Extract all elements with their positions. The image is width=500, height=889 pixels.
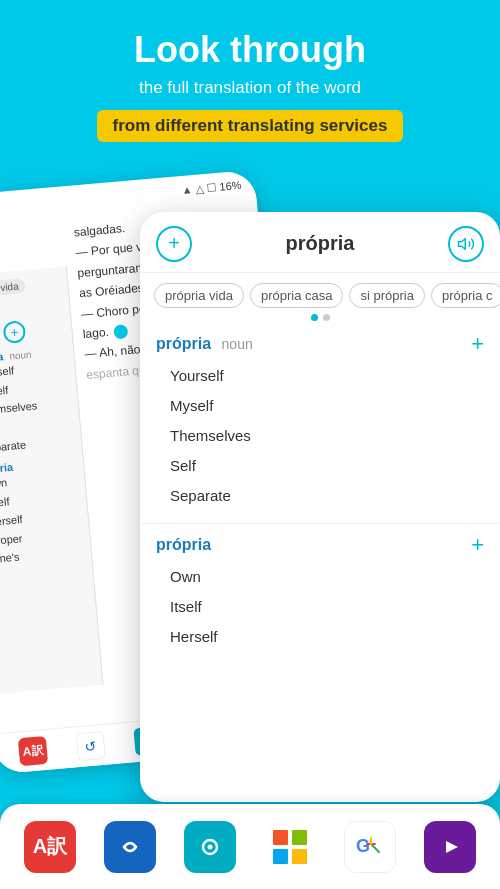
top-section: Look through the full translation of the… — [0, 0, 500, 162]
svg-point-4 — [208, 844, 213, 849]
dict-section-1: própria noun + Yourself Myself Themselve… — [140, 331, 500, 519]
dict-add-button[interactable]: + — [156, 226, 192, 262]
dot-2 — [323, 314, 330, 321]
dict-speaker-button[interactable] — [448, 226, 484, 262]
dict-section-2-header: própria + — [156, 532, 484, 558]
bg-section-1: própria noun Yourself Myself Themselves … — [0, 344, 76, 458]
dict-body: própria noun + Yourself Myself Themselve… — [140, 325, 500, 802]
app-anytrans-icon[interactable]: A訳 — [24, 821, 76, 873]
taskbar: A訳 G — [0, 804, 500, 889]
dict-divider — [140, 523, 500, 524]
dict-chip-3[interactable]: si própria — [349, 283, 424, 308]
dict-meaning-myself: Myself — [170, 391, 484, 421]
dict-meaning-itself: Itself — [170, 592, 484, 622]
dict-section-1-add[interactable]: + — [471, 331, 484, 357]
bg-section-2: própria Own Itself Herself Proper One's — [0, 455, 86, 569]
app-trancy-icon[interactable] — [184, 821, 236, 873]
highlight-bar: from different translating services — [97, 110, 404, 142]
svg-point-1 — [116, 833, 144, 861]
bg-section-1-items: Yourself Myself Themselves Self Separate — [0, 356, 76, 458]
dict-chip-4[interactable]: própria c — [431, 283, 500, 308]
dict-header: + própria — [140, 212, 500, 273]
app-microsoft-icon[interactable] — [264, 821, 316, 873]
dict-section-1-meanings: Yourself Myself Themselves Self Separate — [156, 361, 484, 511]
dict-chip-2[interactable]: própria casa — [250, 283, 344, 308]
svg-text:G: G — [356, 836, 370, 856]
subheadline: the full translation of the word — [20, 78, 480, 98]
phone-area: 2:02 ▲ △ ☐ 16% própria vida próp + própr… — [0, 172, 500, 792]
dict-popup: + própria própria vida própria casa si p… — [140, 212, 500, 802]
app-google-translate-icon[interactable]: G — [344, 821, 396, 873]
dot-1 — [311, 314, 318, 321]
headline: Look through — [20, 30, 480, 70]
dict-meaning-themselves: Themselves — [170, 421, 484, 451]
bg-app-2-icon[interactable]: ↺ — [76, 730, 106, 760]
dict-section-1-header: própria noun + — [156, 331, 484, 357]
dict-section-1-title: própria noun — [156, 335, 253, 353]
app-polyglot-icon[interactable] — [424, 821, 476, 873]
svg-marker-0 — [459, 238, 466, 249]
dict-meaning-separate: Separate — [170, 481, 484, 511]
bg-app-1-icon[interactable]: A訳 — [18, 736, 48, 766]
dict-section-2: própria + Own Itself Herself — [140, 532, 500, 660]
dict-section-2-add[interactable]: + — [471, 532, 484, 558]
dict-section-2-meanings: Own Itself Herself — [156, 562, 484, 652]
dict-meaning-self: Self — [170, 451, 484, 481]
bg-status-battery: ▲ △ ☐ 16% — [181, 178, 242, 196]
bg-section-2-items: Own Itself Herself Proper One's — [0, 467, 86, 569]
bg-add-button[interactable]: + — [2, 320, 26, 344]
bg-chip-1: própria vida — [0, 278, 26, 299]
dict-section-2-title: própria — [156, 536, 211, 554]
dict-title: própria — [192, 232, 448, 255]
dict-chips-row: própria vida própria casa si própria pró… — [140, 273, 500, 318]
app-reverso-icon[interactable] — [104, 821, 156, 873]
dots-indicator — [140, 314, 500, 321]
dict-meaning-yourself: Yourself — [170, 361, 484, 391]
bg-chip-row: própria vida próp — [0, 274, 64, 317]
dict-meaning-herself: Herself — [170, 622, 484, 652]
dict-chip-1[interactable]: própria vida — [154, 283, 244, 308]
dict-meaning-own: Own — [170, 562, 484, 592]
